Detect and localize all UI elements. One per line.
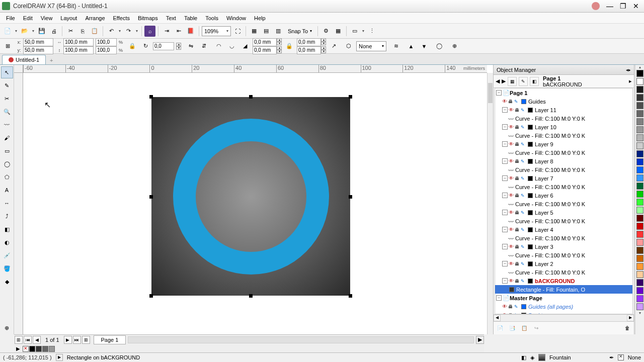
quick-customize-tool-icon[interactable]: ⊕ [1,322,13,334]
new-master-layer-all-icon[interactable]: 📋 [520,324,529,333]
selection-handle[interactable] [349,195,352,199]
customize-icon[interactable]: ⋮ [366,26,377,37]
color-swatch[interactable] [636,174,643,182]
palette-down-icon[interactable]: ▾ [635,311,644,315]
zoom-input[interactable] [204,28,223,34]
move-to-layer-icon[interactable]: ↪ [532,324,541,333]
height-input[interactable] [65,47,92,53]
color-swatch[interactable] [636,150,643,157]
color-swatch[interactable] [636,94,643,101]
menu-tools[interactable]: Tools [201,14,222,22]
expand-icon[interactable]: − [502,193,508,198]
freehand-tool-icon[interactable]: 〰 [1,119,13,131]
menu-text[interactable]: Text [162,14,180,22]
play-icon[interactable]: ▶ [56,354,63,361]
tree-curve[interactable]: 〰Curve - Fill: C:100 M:0 Y:0 K [495,131,632,140]
menu-arrange[interactable]: Arrange [81,14,109,22]
tree-scroll-track[interactable] [501,315,627,321]
color-swatch[interactable] [636,271,643,278]
tree-layer[interactable]: −👁🖶✎Layer 2 [495,259,632,268]
no-outline-swatch[interactable] [618,354,624,360]
menu-layout[interactable]: Layout [56,14,81,22]
ellipse-tool-icon[interactable]: ◯ [1,158,13,170]
tree-background[interactable]: −👁🖶✎bACKGROUND [495,277,632,285]
redo-icon[interactable]: ↷ [123,26,134,37]
prev-page-icon[interactable]: ◀ [33,336,41,344]
tree-guides[interactable]: 👁🖶✎Guides [495,97,632,106]
first-page-icon[interactable]: ⏮ [24,336,32,344]
menu-edit[interactable]: Edit [19,14,37,22]
tree-curve[interactable]: 〰Curve - Fill: C:100 M:0 Y:0 K [495,200,632,208]
selection-handle[interactable] [149,195,153,199]
connector-tool-icon[interactable]: ⤴ [1,210,13,222]
tree-page[interactable]: −📄Page 1 [495,88,632,97]
color-swatch[interactable] [636,287,643,294]
relative-corner-icon[interactable]: ↗ [328,41,339,52]
doc-color-swatch[interactable] [42,346,48,352]
color-swatch[interactable] [636,191,643,198]
menu-help[interactable]: Help [250,14,270,22]
color-swatch[interactable] [636,215,643,222]
expand-icon[interactable]: − [502,244,508,249]
expand-icon[interactable]: − [496,90,502,96]
tree-desktop[interactable]: 👁🖶✎Desktop [495,311,632,314]
corner-lock-icon[interactable]: 🔒 [284,41,295,52]
shape-tool-icon[interactable]: ✎ [1,79,13,92]
menu-view[interactable]: View [37,14,57,22]
scale-y-input[interactable] [97,47,115,53]
corner4-input[interactable] [298,47,319,53]
open-dropdown[interactable]: ▾ [31,29,35,33]
color-swatch[interactable] [636,223,643,230]
tree-layer[interactable]: −👁🖶✎Layer 5 [495,208,632,217]
next-page-icon[interactable]: ▶ [502,78,506,84]
object-origin-icon[interactable]: ⊞ [2,41,13,52]
expand-icon[interactable]: − [502,124,508,130]
mirror-v-icon[interactable]: ⇵ [198,41,209,52]
tree-curve[interactable]: 〰Curve - Fill: C:100 M:0 Y:0 K [495,268,632,277]
zoom-level-combo[interactable]: ▾ [202,26,231,36]
color-swatch[interactable] [636,247,643,254]
outline-pen-icon[interactable]: ✒ [609,354,614,361]
crop-tool-icon[interactable]: ✂ [1,93,13,105]
layout-icon[interactable]: ▭ [349,26,360,37]
layer-manager-view-icon[interactable]: ▦ [508,77,517,86]
interactive-fill-icon[interactable]: 🪣 [1,262,13,275]
selection-handle[interactable] [149,294,153,298]
fountain-icon[interactable]: ◈ [530,354,534,361]
tree-rectangle-selected[interactable]: Rectangle - Fill: Fountain, O [495,285,632,294]
drawing-canvas[interactable]: ↖ [23,73,487,334]
palette-up-icon[interactable]: ▴ [635,65,644,69]
zoom-tool-icon[interactable]: 🔍 [1,106,13,118]
show-grid-icon[interactable]: ▤ [261,26,272,37]
expand-icon[interactable]: − [502,227,508,232]
color-swatch[interactable] [636,295,643,302]
color-swatch[interactable] [636,207,643,214]
fill-icon[interactable]: ◧ [521,354,526,361]
show-obj-props-icon[interactable]: ◧ [530,77,539,86]
expand-icon[interactable]: − [502,107,508,113]
color-swatch[interactable] [636,166,643,173]
redo-dropdown[interactable]: ▾ [135,29,139,33]
tree-layer[interactable]: −👁🖶✎Layer 4 [495,225,632,234]
add-page-before-icon[interactable]: ⊞ [15,336,23,344]
add-page-after-icon[interactable]: ⊞ [82,336,90,344]
selection-handle[interactable] [349,95,352,99]
doc-color-swatch[interactable] [49,346,55,352]
new-master-layer-icon[interactable]: 📑 [508,324,517,333]
parallel-dim-icon[interactable]: ↔ [1,197,13,209]
color-swatch[interactable] [636,118,643,125]
wrap-text-icon[interactable]: ≋ [390,41,401,52]
tree-curve[interactable]: 〰Curve - Fill: C:100 M:0 Y:0 K [495,217,632,225]
menu-table[interactable]: Table [180,14,201,22]
save-icon[interactable]: 💾 [36,26,47,37]
object-tree[interactable]: −📄Page 1👁🖶✎Guides−👁🖶✎Layer 11〰Curve - Fi… [495,88,633,314]
expand-icon[interactable]: − [502,175,508,181]
to-back-icon[interactable]: ▼ [419,41,430,52]
quick-customize-icon[interactable]: ⊕ [449,41,460,52]
tree-layer[interactable]: −👁🖶✎Layer 3 [495,242,632,251]
expand-icon[interactable]: − [502,158,508,164]
drop-shadow-icon[interactable]: ◧ [1,223,13,235]
tree-master-guides[interactable]: 👁🖶✎Guides (all pages) [495,302,632,311]
print-icon[interactable]: 🖨 [48,26,59,37]
page-tab[interactable]: Page 1 [94,335,126,344]
